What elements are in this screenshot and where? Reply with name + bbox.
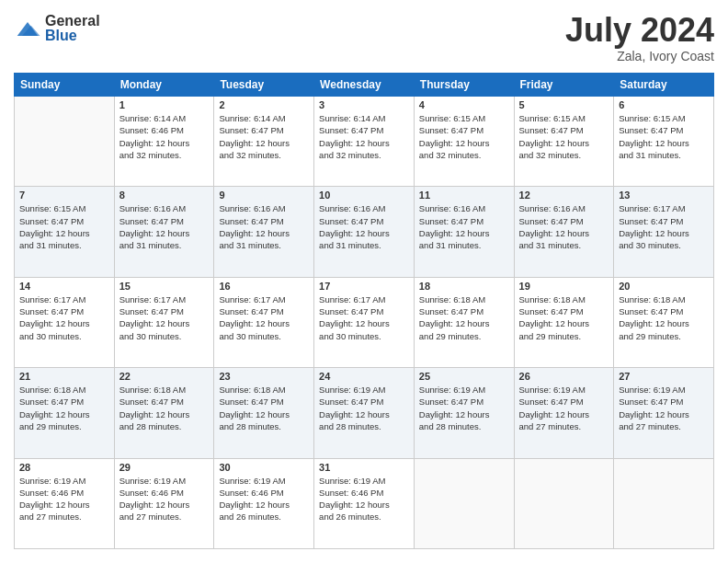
sunset: Sunset: 6:47 PM	[19, 216, 84, 226]
daylight: Daylight: 12 hours	[319, 409, 390, 419]
calendar-cell: 30Sunrise: 6:19 AMSunset: 6:46 PMDayligh…	[214, 458, 314, 548]
col-wednesday: Wednesday	[314, 74, 415, 97]
day-number: 25	[419, 371, 509, 382]
daylight-minutes: and 29 minutes.	[19, 421, 82, 431]
calendar-table: Sunday Monday Tuesday Wednesday Thursday…	[14, 73, 714, 549]
sunset: Sunset: 6:47 PM	[219, 396, 283, 407]
day-info: Sunrise: 6:15 AMSunset: 6:47 PMDaylight:…	[19, 202, 109, 251]
daylight-minutes: and 27 minutes.	[519, 421, 582, 431]
day-number: 22	[119, 371, 210, 382]
day-number: 1	[119, 99, 210, 110]
sunset: Sunset: 6:47 PM	[219, 125, 283, 135]
calendar-cell: 8Sunrise: 6:16 AMSunset: 6:47 PMDaylight…	[114, 187, 214, 277]
day-info: Sunrise: 6:14 AMSunset: 6:47 PMDaylight:…	[319, 112, 409, 161]
daylight-minutes: and 28 minutes.	[219, 421, 281, 431]
sunset: Sunset: 6:46 PM	[219, 488, 283, 498]
calendar-cell: 3Sunrise: 6:14 AMSunset: 6:47 PMDaylight…	[314, 97, 415, 187]
daylight-minutes: and 27 minutes.	[19, 511, 82, 522]
day-number: 15	[119, 281, 210, 292]
sunrise: Sunrise: 6:16 AM	[119, 203, 186, 213]
sunset: Sunset: 6:46 PM	[119, 488, 184, 498]
daylight-minutes: and 31 minutes.	[19, 240, 82, 250]
day-info: Sunrise: 6:15 AMSunset: 6:47 PMDaylight:…	[619, 112, 709, 161]
logo-general: General	[45, 14, 100, 29]
sunset: Sunset: 6:47 PM	[119, 306, 184, 316]
day-number: 26	[519, 371, 609, 382]
calendar-cell	[414, 458, 514, 548]
day-info: Sunrise: 6:17 AMSunset: 6:47 PMDaylight:…	[619, 202, 709, 251]
calendar-cell: 21Sunrise: 6:18 AMSunset: 6:47 PMDayligh…	[15, 368, 115, 458]
calendar-cell: 11Sunrise: 6:16 AMSunset: 6:47 PMDayligh…	[414, 187, 514, 277]
calendar-cell: 16Sunrise: 6:17 AMSunset: 6:47 PMDayligh…	[214, 277, 314, 367]
sunrise: Sunrise: 6:18 AM	[619, 294, 685, 304]
daylight-minutes: and 29 minutes.	[619, 331, 681, 341]
daylight: Daylight: 12 hours	[419, 318, 490, 328]
day-number: 31	[319, 462, 409, 473]
sunrise: Sunrise: 6:19 AM	[419, 385, 485, 395]
daylight-minutes: and 30 minutes.	[619, 240, 681, 250]
day-number: 21	[19, 371, 109, 382]
day-info: Sunrise: 6:15 AMSunset: 6:47 PMDaylight:…	[419, 112, 509, 161]
sunrise: Sunrise: 6:16 AM	[319, 203, 385, 213]
sunrise: Sunrise: 6:17 AM	[119, 294, 186, 304]
sunrise: Sunrise: 6:19 AM	[519, 385, 586, 395]
daylight: Daylight: 12 hours	[119, 138, 190, 148]
calendar-cell: 2Sunrise: 6:14 AMSunset: 6:47 PMDaylight…	[214, 97, 314, 187]
calendar-cell: 25Sunrise: 6:19 AMSunset: 6:47 PMDayligh…	[414, 368, 514, 458]
day-number: 14	[19, 281, 109, 292]
day-info: Sunrise: 6:17 AMSunset: 6:47 PMDaylight:…	[219, 293, 309, 342]
daylight: Daylight: 12 hours	[419, 228, 490, 238]
daylight: Daylight: 12 hours	[219, 138, 290, 148]
day-info: Sunrise: 6:16 AMSunset: 6:47 PMDaylight:…	[419, 202, 509, 251]
logo-text: General Blue	[45, 14, 100, 43]
sunset: Sunset: 6:47 PM	[419, 396, 483, 407]
day-info: Sunrise: 6:14 AMSunset: 6:46 PMDaylight:…	[119, 112, 210, 161]
sunset: Sunset: 6:47 PM	[319, 306, 383, 316]
sunrise: Sunrise: 6:17 AM	[619, 203, 685, 213]
daylight: Daylight: 12 hours	[519, 318, 590, 328]
daylight: Daylight: 12 hours	[19, 500, 90, 510]
day-number: 24	[319, 371, 409, 382]
day-info: Sunrise: 6:17 AMSunset: 6:47 PMDaylight:…	[119, 293, 210, 342]
daylight: Daylight: 12 hours	[519, 409, 590, 419]
calendar-cell	[514, 458, 614, 548]
daylight-minutes: and 28 minutes.	[119, 421, 182, 431]
calendar-cell: 26Sunrise: 6:19 AMSunset: 6:47 PMDayligh…	[514, 368, 614, 458]
day-number: 28	[19, 462, 109, 473]
daylight: Daylight: 12 hours	[319, 318, 390, 328]
sunset: Sunset: 6:47 PM	[419, 306, 483, 316]
daylight: Daylight: 12 hours	[419, 409, 490, 419]
sunrise: Sunrise: 6:18 AM	[119, 385, 186, 395]
col-friday: Friday	[514, 74, 614, 97]
daylight-minutes: and 30 minutes.	[119, 331, 182, 341]
calendar-cell: 22Sunrise: 6:18 AMSunset: 6:47 PMDayligh…	[114, 368, 214, 458]
month-year: July 2024	[565, 14, 714, 47]
day-number: 4	[419, 99, 509, 110]
calendar-cell: 7Sunrise: 6:15 AMSunset: 6:47 PMDaylight…	[15, 187, 115, 277]
daylight-minutes: and 31 minutes.	[219, 240, 281, 250]
col-tuesday: Tuesday	[214, 74, 314, 97]
sunset: Sunset: 6:47 PM	[19, 396, 84, 407]
day-number: 18	[419, 281, 509, 292]
daylight-minutes: and 28 minutes.	[319, 421, 381, 431]
day-number: 30	[219, 462, 309, 473]
sunset: Sunset: 6:47 PM	[519, 125, 584, 135]
daylight-minutes: and 32 minutes.	[419, 150, 482, 160]
calendar-cell: 15Sunrise: 6:17 AMSunset: 6:47 PMDayligh…	[114, 277, 214, 367]
sunrise: Sunrise: 6:16 AM	[419, 203, 485, 213]
table-row: 28Sunrise: 6:19 AMSunset: 6:46 PMDayligh…	[15, 458, 714, 548]
day-info: Sunrise: 6:17 AMSunset: 6:47 PMDaylight:…	[319, 293, 409, 342]
logo-blue: Blue	[45, 29, 100, 43]
calendar-cell: 27Sunrise: 6:19 AMSunset: 6:47 PMDayligh…	[614, 368, 714, 458]
calendar-cell: 13Sunrise: 6:17 AMSunset: 6:47 PMDayligh…	[614, 187, 714, 277]
sunset: Sunset: 6:47 PM	[619, 216, 683, 226]
daylight-minutes: and 32 minutes.	[319, 150, 381, 160]
sunset: Sunset: 6:47 PM	[419, 216, 483, 226]
day-info: Sunrise: 6:18 AMSunset: 6:47 PMDaylight:…	[519, 293, 609, 342]
col-sunday: Sunday	[15, 74, 115, 97]
day-number: 20	[619, 281, 709, 292]
day-number: 16	[219, 281, 309, 292]
sunset: Sunset: 6:47 PM	[319, 216, 383, 226]
calendar-cell: 5Sunrise: 6:15 AMSunset: 6:47 PMDaylight…	[514, 97, 614, 187]
day-info: Sunrise: 6:18 AMSunset: 6:47 PMDaylight:…	[619, 293, 709, 342]
